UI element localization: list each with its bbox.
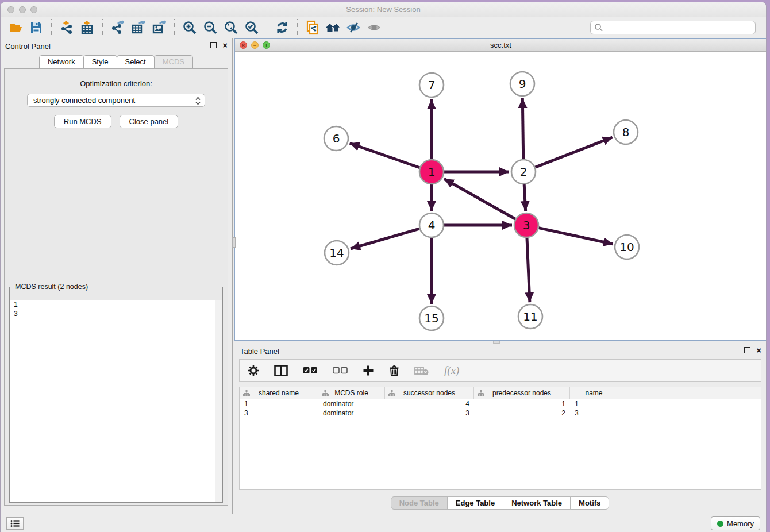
run-mcds-button[interactable]: Run MCDS (54, 115, 111, 128)
application-window: Session: New Session (0, 2, 767, 532)
table-cell[interactable]: dominator (318, 399, 385, 408)
network-minimize-icon[interactable]: − (251, 41, 259, 49)
close-panel-button[interactable]: Close panel (120, 115, 179, 128)
column-header-successor-nodes[interactable]: successor nodes (385, 387, 474, 399)
import-table-icon[interactable] (77, 18, 98, 37)
zoom-window-button[interactable] (30, 6, 37, 13)
zoom-selected-icon[interactable] (241, 18, 262, 37)
graph-edge-2-8[interactable] (536, 137, 613, 167)
graph-edge-1-6[interactable] (350, 143, 420, 167)
table-cell[interactable]: 1 (570, 399, 618, 408)
graph-edge-3-11[interactable] (527, 238, 530, 302)
select-chevrons-icon (195, 96, 201, 106)
memory-label: Memory (727, 519, 754, 528)
delete-column-trash-icon[interactable] (389, 365, 399, 377)
main-region: Control Panel × Network Style Select MCD… (1, 38, 766, 514)
graph-edge-4-14[interactable] (351, 229, 419, 249)
memory-status-dot-icon (717, 521, 723, 527)
graph-node-label-10: 10 (619, 240, 634, 254)
panel-splitter-handle[interactable] (232, 237, 236, 248)
graph-edge-2-3[interactable] (524, 184, 525, 211)
control-panel: Control Panel × Network Style Select MCD… (1, 38, 233, 514)
open-file-icon[interactable] (5, 18, 26, 37)
column-header-shared-name[interactable]: shared name (240, 387, 318, 399)
search-input[interactable] (603, 22, 752, 33)
network-maximize-icon[interactable]: + (263, 41, 270, 49)
task-history-button[interactable] (6, 517, 24, 530)
tab-node-table[interactable]: Node Table (391, 496, 448, 510)
column-header-name[interactable]: name (570, 387, 618, 399)
delete-table-icon (414, 365, 429, 376)
duplicate-network-icon[interactable] (302, 18, 323, 37)
zoom-in-icon[interactable] (179, 18, 200, 37)
float-table-panel-icon[interactable] (744, 347, 750, 353)
zoom-out-icon[interactable] (200, 18, 221, 37)
column-header-predecessor-nodes[interactable]: predecessor nodes (474, 387, 570, 399)
table-tabs: Node Table Edge Table Network Table Moti… (234, 496, 766, 510)
mcds-result-list[interactable]: 13 (10, 300, 222, 502)
refresh-icon[interactable] (272, 18, 292, 37)
network-close-icon[interactable]: × (240, 41, 247, 49)
optimization-criterion-label: Optimization criterion: (5, 79, 228, 88)
table-row[interactable]: 3dominator323 (240, 408, 761, 418)
tab-network[interactable]: Network (39, 55, 84, 68)
table-settings-gear-icon[interactable] (248, 365, 259, 376)
add-column-icon[interactable] (363, 365, 374, 376)
table-cell[interactable]: 4 (385, 399, 474, 408)
select-all-columns-icon[interactable] (303, 367, 318, 375)
status-bar: Memory (1, 514, 766, 532)
show-eye-icon (364, 18, 385, 37)
home-icon[interactable] (323, 18, 344, 37)
export-network-icon[interactable] (107, 18, 128, 37)
graph-edge-2-9[interactable] (522, 98, 523, 159)
graph-edge-3-10[interactable] (538, 228, 613, 244)
table-cell[interactable]: 1 (240, 399, 318, 408)
control-panel-tabs: Network Style Select MCDS (1, 55, 232, 68)
split-columns-icon[interactable] (274, 365, 288, 376)
save-session-icon[interactable] (26, 18, 47, 37)
table-row[interactable]: 1dominator411 (240, 399, 761, 408)
table-cell[interactable]: 3 (570, 408, 618, 418)
export-image-icon[interactable] (149, 18, 170, 37)
close-table-panel-icon[interactable]: × (756, 347, 761, 353)
node-table: shared nameMCDS rolesuccessor nodesprede… (239, 387, 761, 490)
import-network-icon[interactable] (56, 18, 77, 37)
float-panel-icon[interactable] (210, 42, 217, 48)
search-box[interactable] (590, 21, 756, 34)
column-header-label: predecessor nodes (492, 389, 551, 397)
criterion-select[interactable]: strongly connected component (27, 94, 205, 107)
mcds-result-scrollbar[interactable] (215, 300, 222, 502)
toolbar-separator (51, 19, 52, 36)
graph-node-label-14: 14 (329, 246, 344, 260)
graph-node-label-15: 15 (424, 311, 438, 325)
column-header-label: MCDS role (334, 389, 368, 397)
column-header-MCDS-role[interactable]: MCDS role (318, 387, 385, 399)
memory-button[interactable]: Memory (711, 516, 760, 530)
table-cell[interactable]: 3 (240, 408, 318, 418)
close-panel-icon[interactable]: × (222, 42, 228, 48)
control-panel-header: Control Panel × (1, 38, 232, 53)
tab-mcds[interactable]: MCDS (154, 55, 193, 68)
tab-network-table[interactable]: Network Table (503, 496, 571, 510)
function-builder-icon: f(x) (444, 364, 459, 377)
network-graph[interactable]: 7968124314101511 (235, 52, 767, 340)
table-cell[interactable]: 2 (474, 408, 570, 418)
minimize-window-button[interactable] (19, 6, 26, 13)
tab-style[interactable]: Style (83, 55, 117, 68)
export-table-icon[interactable] (128, 18, 149, 37)
toolbar-separator (297, 19, 298, 36)
graph-edge-3-1[interactable] (444, 179, 515, 219)
network-window-titlebar: × − + scc.txt (235, 39, 767, 52)
deselect-all-columns-icon[interactable] (333, 367, 348, 375)
table-cell[interactable]: dominator (318, 408, 385, 418)
zoom-fit-icon[interactable] (221, 18, 241, 37)
tab-motifs[interactable]: Motifs (570, 496, 609, 510)
table-header-row: shared nameMCDS rolesuccessor nodesprede… (240, 387, 761, 399)
tab-select[interactable]: Select (117, 55, 155, 68)
table-cell[interactable]: 3 (385, 408, 474, 418)
table-cell[interactable]: 1 (474, 399, 570, 408)
hide-eye-icon[interactable] (344, 18, 364, 37)
tab-edge-table[interactable]: Edge Table (447, 496, 503, 510)
network-canvas[interactable]: 7968124314101511 (235, 52, 767, 340)
close-window-button[interactable] (7, 6, 14, 13)
